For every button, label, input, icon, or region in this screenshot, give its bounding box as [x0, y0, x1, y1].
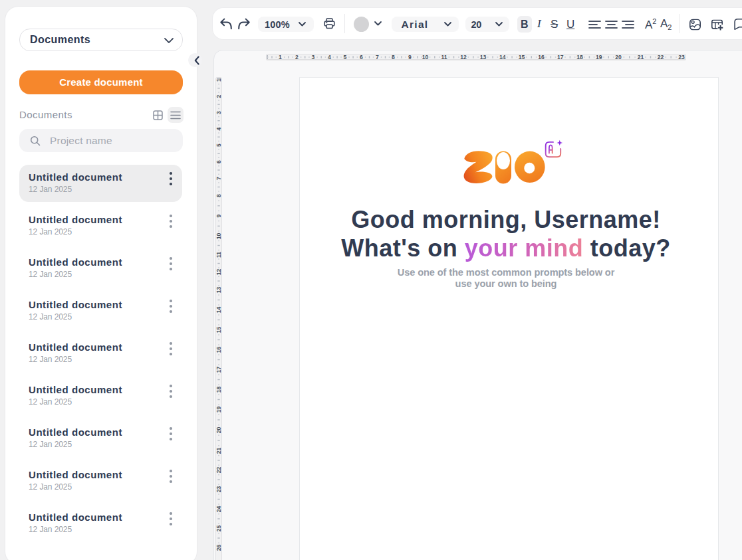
svg-text:19: 19 [215, 406, 222, 413]
svg-text:5: 5 [215, 143, 222, 146]
svg-text:26: 26 [215, 544, 222, 551]
svg-text:17: 17 [215, 366, 222, 373]
svg-text:9: 9 [215, 214, 222, 217]
svg-text:2: 2 [215, 94, 222, 98]
svg-text:13: 13 [215, 286, 222, 293]
svg-text:10: 10 [215, 233, 222, 239]
svg-text:7: 7 [215, 176, 222, 179]
svg-text:1: 1 [215, 78, 222, 81]
svg-text:24: 24 [215, 506, 222, 512]
svg-text:12: 12 [215, 268, 222, 275]
svg-text:14: 14 [215, 306, 222, 313]
svg-text:21: 21 [215, 447, 222, 454]
svg-text:16: 16 [215, 346, 222, 353]
svg-text:6: 6 [215, 159, 222, 163]
svg-text:8: 8 [215, 193, 222, 197]
svg-text:22: 22 [215, 466, 222, 473]
svg-text:25: 25 [215, 525, 222, 531]
svg-text:20: 20 [215, 426, 222, 433]
svg-text:3: 3 [215, 110, 222, 114]
svg-text:23: 23 [215, 486, 222, 492]
svg-text:18: 18 [215, 386, 222, 393]
svg-text:15: 15 [215, 326, 222, 333]
svg-text:4: 4 [215, 127, 222, 130]
svg-text:11: 11 [215, 251, 222, 257]
